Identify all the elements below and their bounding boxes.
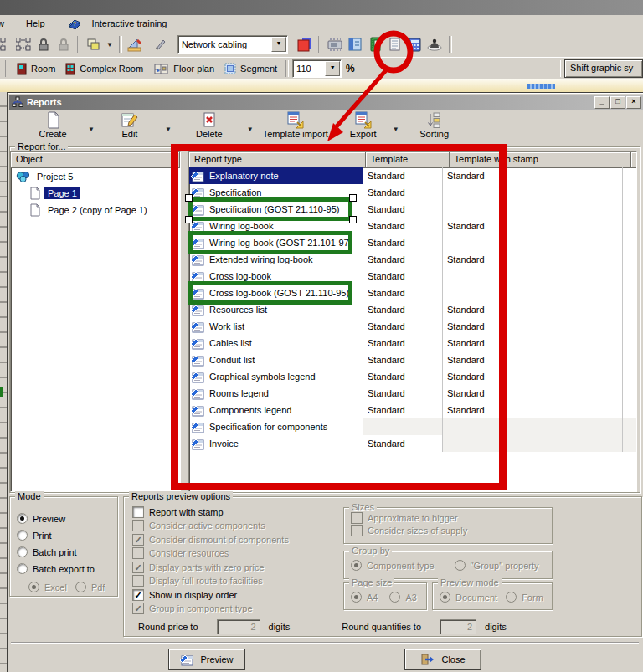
room-button[interactable]: Room (12, 59, 60, 79)
radio-batch-export-to[interactable]: Batch export to (17, 563, 117, 574)
panel-icon[interactable] (345, 34, 365, 54)
close-button[interactable]: Close (404, 649, 481, 670)
tree-column-header[interactable]: Object (11, 152, 180, 168)
dialog-toolbar-sorting-button[interactable]: Sorting (401, 111, 468, 141)
edit-dropdown-arrow[interactable]: ▼ (163, 126, 173, 133)
export-dropdown-arrow[interactable]: ▼ (391, 126, 401, 133)
radio-a4[interactable]: A4 (351, 592, 378, 603)
shift-graphic-symbols-button[interactable]: Shift graphic sy (564, 59, 643, 78)
interactive-training-book-icon: ? (65, 13, 85, 33)
calculator-icon[interactable] (405, 34, 425, 54)
maximize-button[interactable]: □ (610, 96, 625, 109)
dialog-toolbar-edit-button[interactable]: Edit (96, 111, 163, 141)
document-list-icon[interactable] (385, 34, 405, 54)
network-combo-value: Network cabling (178, 39, 270, 49)
round-price-label: Round price to (138, 622, 198, 632)
checkbox-group-in-component-type[interactable]: ✓Group in component type (132, 603, 342, 614)
separator (119, 36, 122, 53)
checkbox-report-with-stamp[interactable]: Report with stamp (132, 506, 342, 518)
radio-a3[interactable]: A3 (389, 592, 416, 603)
radio-batch-print[interactable]: Batch print (17, 546, 117, 557)
layers-icon[interactable] (84, 34, 104, 54)
dome-camera-icon[interactable] (425, 34, 445, 54)
delete-dropdown-arrow[interactable]: ▼ (245, 126, 255, 133)
edit-icon (121, 111, 138, 129)
toolbar-pages: Room Complex Room Floor plan Segment 110… (0, 57, 643, 80)
screen: { "colors":{"annotation_red":"#d80000","… (0, 0, 643, 672)
floor-plan-button[interactable]: Floor plan (148, 59, 219, 79)
menu-help[interactable]: Help (19, 17, 52, 30)
menu-interactive-training[interactable]: Interactive training (85, 17, 174, 30)
dialog-titlebar[interactable]: Reports _ □ × (9, 95, 643, 110)
radio-document[interactable]: Document (440, 592, 497, 603)
checkbox-consider-active-components[interactable]: Consider active components (132, 520, 342, 531)
tree-item-project-5[interactable]: Project 5 (11, 168, 180, 185)
combo-dropdown-arrow[interactable]: ▼ (325, 61, 340, 76)
complex-room-button[interactable]: Complex Room (60, 59, 148, 79)
radio-print[interactable]: Print (17, 530, 117, 541)
preview-button[interactable]: Preview (168, 649, 245, 670)
page-size-groupbox: Page size A4A3 (343, 582, 427, 610)
checkbox-consider-sizes-of-supply[interactable]: Consider sizes of supply (351, 525, 552, 536)
preview-options-groupbox: Reports preview options Report with stam… (123, 496, 642, 637)
radio-component-type[interactable]: Component type (351, 560, 435, 571)
radio-pdf[interactable]: Pdf (75, 582, 105, 592)
mode-label: Mode (15, 491, 44, 501)
toolbar-main: ▼ Network cabling ▼ (0, 32, 643, 57)
layers-dropdown-arrow[interactable]: ▼ (104, 41, 116, 49)
round-quantities-label: Round quantities to (342, 622, 421, 632)
transform-selection-icon[interactable] (13, 34, 33, 54)
separator (558, 60, 561, 77)
close-window-button[interactable]: × (626, 96, 641, 109)
top-caption-strip (0, 0, 643, 15)
dialog-toolbar-delete-button[interactable]: Delete (173, 111, 245, 141)
radio-preview[interactable]: Preview (17, 513, 117, 524)
radio-excel[interactable]: Excel (28, 582, 67, 592)
pen-tool-icon[interactable] (151, 34, 171, 54)
unlock-icon[interactable] (54, 34, 74, 54)
sizes-checkboxes: Approximate to biggerConsider sizes of s… (344, 508, 552, 536)
tree-item-page-1[interactable]: Page 1 (11, 185, 180, 202)
radio-group-property[interactable]: "Group" property (455, 560, 539, 571)
reports-notebook-icon[interactable] (365, 34, 385, 54)
left-strip-green-mark (0, 387, 3, 397)
tree-items: Project 5Page 1Page 2 (copy of Page 1) (11, 168, 180, 218)
checkbox-show-in-display-order[interactable]: ✓Show in display order (132, 589, 342, 601)
zoom-combobox[interactable]: 110 ▼ (292, 59, 342, 78)
checkbox-consider-resources[interactable]: Consider resources (132, 547, 342, 559)
network-type-combobox[interactable]: Network cabling ▼ (177, 35, 288, 54)
preview-options-label: Reports preview options (129, 491, 233, 501)
red-annotation-rectangle (171, 144, 507, 490)
lock-icon[interactable] (33, 34, 54, 54)
combo-dropdown-arrow[interactable]: ▼ (271, 37, 286, 52)
room-icon (17, 63, 27, 75)
segment-button[interactable]: Segment (219, 59, 282, 79)
dialog-title: Reports (27, 97, 62, 107)
export-icon (354, 111, 372, 129)
sizes-groupbox: Sizes Approximate to biggerConsider size… (343, 507, 553, 544)
checkbox-display-parts-with-zero-price[interactable]: ✓Display parts with zero price (132, 562, 342, 573)
clipped-tool-icon[interactable] (0, 34, 8, 54)
create-icon (44, 111, 61, 129)
measure-setsquare-icon[interactable] (126, 34, 146, 54)
chip-icon[interactable] (325, 34, 345, 54)
svg-text:?: ? (73, 21, 76, 27)
checkbox-approximate-to-bigger[interactable]: Approximate to bigger (351, 512, 552, 524)
create-dropdown-arrow[interactable]: ▼ (86, 126, 96, 133)
round-price-input[interactable]: 2 (217, 619, 260, 634)
menu-window-fragment[interactable]: w (0, 17, 11, 30)
page-icon (29, 203, 41, 217)
round-price-digits-label: digits (269, 622, 291, 632)
tree-item-page-2-copy-of-page-1[interactable]: Page 2 (copy of Page 1) (11, 202, 180, 218)
checkbox-display-full-route-to-facilities[interactable]: Display full route to facilities (132, 575, 342, 587)
dialog-toolbar-create-button[interactable]: Create (19, 111, 86, 141)
dialog-toolbar-export-button[interactable]: Export (336, 111, 391, 141)
red-rectangle-icon[interactable] (295, 34, 315, 54)
minimize-button[interactable]: _ (594, 96, 610, 109)
dialog-toolbar-template-import-button[interactable]: Template import (255, 111, 336, 141)
round-quantities-input[interactable]: 2 (440, 619, 476, 634)
reports-window-icon (12, 96, 23, 108)
round-quantities-digits-label: digits (485, 622, 507, 632)
radio-form[interactable]: Form (506, 592, 543, 603)
checkbox-consider-dismount-of-components[interactable]: ✓Consider dismount of components (132, 534, 342, 546)
